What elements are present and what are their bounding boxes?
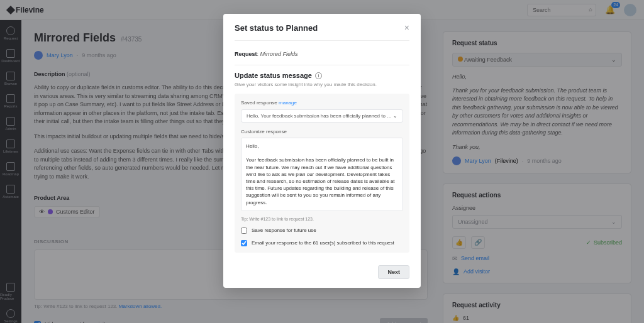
- email-users-input[interactable]: [241, 240, 247, 246]
- update-status-heading: Update status message: [235, 72, 312, 79]
- request-label: Request: [235, 51, 257, 57]
- modal-title: Set status to Planned: [235, 23, 318, 33]
- email-users-checkbox[interactable]: Email your response to the 61 user(s) su…: [241, 240, 403, 246]
- modal-request-name: Mirrored Fields: [260, 51, 298, 57]
- save-future-input[interactable]: [241, 227, 247, 234]
- modal-close-button[interactable]: ×: [404, 23, 409, 33]
- info-icon[interactable]: i: [315, 72, 322, 79]
- next-button[interactable]: Next: [378, 265, 409, 279]
- response-textarea[interactable]: [241, 138, 403, 211]
- save-future-checkbox[interactable]: Save response for future use: [241, 227, 403, 234]
- saved-response-select[interactable]: Hello, Your feedback submission has been…: [241, 109, 403, 123]
- manage-link[interactable]: manage: [279, 100, 297, 106]
- chevron-down-icon: ⌄: [393, 113, 397, 119]
- update-status-hint: Give your visitors some insight into why…: [235, 82, 409, 87]
- response-tip: Tip: Write #123 to link to request 123.: [241, 217, 403, 221]
- saved-response-label: Saved response: [241, 100, 279, 106]
- modal-overlay: Set status to Planned × Request: Mirrore…: [0, 0, 644, 323]
- customize-response-label: Customize response: [241, 129, 403, 134]
- status-modal: Set status to Planned × Request: Mirrore…: [223, 14, 421, 288]
